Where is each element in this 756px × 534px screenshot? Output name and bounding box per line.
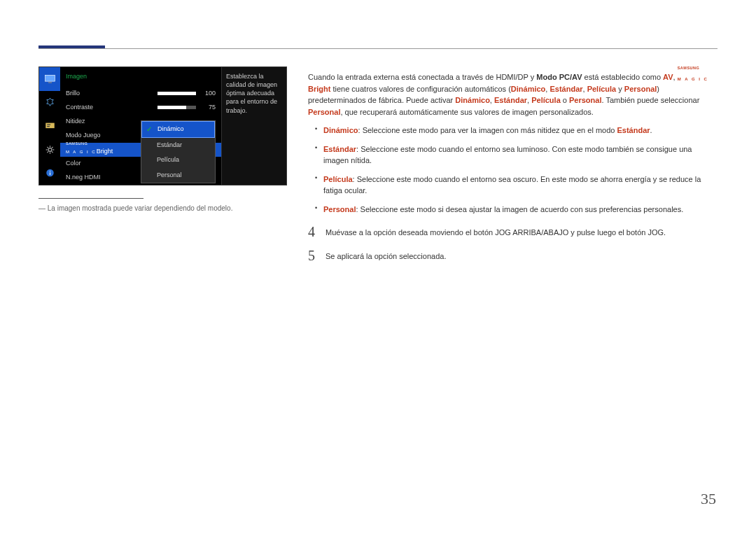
svg-rect-1	[48, 82, 52, 83]
svg-rect-16	[49, 173, 50, 176]
content: Imagen Brillo 100 Contraste 75 Nitidez M…	[38, 66, 718, 262]
magic-top: SAMSUNG	[678, 66, 700, 71]
svg-line-13	[51, 146, 52, 148]
osd-list: Imagen Brillo 100 Contraste 75 Nitidez M…	[60, 67, 221, 185]
text-highlight: Personal	[569, 96, 601, 104]
left-column: Imagen Brillo 100 Contraste 75 Nitidez M…	[38, 66, 287, 262]
osd-label: Brillo	[66, 89, 158, 99]
osd-value: 100	[200, 89, 216, 99]
step-text: Se aplicará la opción seleccionada.	[326, 248, 446, 262]
svg-marker-2	[46, 99, 52, 106]
text-highlight: Dinámico	[511, 85, 546, 93]
text-highlight: Estándar	[550, 85, 582, 93]
osd-nav	[39, 67, 60, 185]
magic-suffix: Bright	[308, 85, 330, 93]
text: o	[561, 96, 569, 104]
footnote-separator	[38, 198, 144, 199]
bullet-estandar: Estándar: Seleccione este modo cuando el…	[308, 143, 718, 167]
intro-paragraph: Cuando la entrada externa está conectada…	[308, 66, 718, 118]
bullet-text: : Seleccione este modo para ver la image…	[358, 126, 617, 134]
nav-picture-icon[interactable]	[39, 67, 60, 91]
nav-settings-icon[interactable]	[39, 91, 60, 115]
step-number: 4	[308, 225, 326, 239]
osd-title: Imagen	[60, 71, 221, 87]
osd-label: Contraste	[66, 103, 158, 113]
right-column: Cuando la entrada externa está conectada…	[308, 66, 718, 262]
bullet-personal: Personal: Seleccione este modo si desea …	[308, 204, 718, 216]
text-highlight: AV	[663, 73, 673, 81]
bullet-label: Película	[323, 175, 353, 183]
bullet-label: Personal	[323, 205, 356, 213]
svg-line-14	[47, 151, 48, 153]
text-highlight: Personal	[624, 85, 657, 93]
slider-bar	[158, 92, 196, 95]
svg-point-6	[48, 148, 52, 151]
step-5: 5 Se aplicará la opción seleccionada.	[308, 248, 718, 262]
submenu-dinamico[interactable]: Dinámico	[141, 121, 215, 138]
submenu-pelicula[interactable]: Película	[141, 153, 215, 168]
svg-rect-0	[45, 75, 55, 81]
osd-description: Establezca la calidad de imagen óptima a…	[221, 67, 286, 185]
text-highlight: Estándar	[494, 96, 527, 104]
bullet-dinamico: Dinámico: Seleccione este modo para ver …	[308, 125, 718, 136]
osd-menu: Imagen Brillo 100 Contraste 75 Nitidez M…	[38, 66, 287, 185]
bullet-label: Estándar	[323, 145, 356, 153]
page-number: 35	[701, 487, 716, 510]
text-bold: Modo PC/AV	[536, 73, 582, 81]
svg-rect-4	[47, 124, 50, 125]
footnote-text: La imagen mostrada puede variar dependie…	[38, 203, 287, 213]
bullet-pelicula: Película: Seleccione este modo cuando el…	[308, 174, 718, 197]
svg-rect-5	[47, 126, 50, 127]
bullet-text: : Seleccione este modo si desea ajustar …	[356, 205, 683, 213]
bullet-text: : Seleccione este modo cuando el entorno…	[323, 145, 692, 165]
svg-rect-17	[49, 171, 50, 171]
text-highlight: Dinámico	[455, 96, 490, 104]
text: Cuando la entrada externa está conectada…	[308, 73, 536, 81]
text-highlight: Película	[587, 85, 617, 93]
slider-bar	[158, 106, 196, 109]
svg-rect-3	[46, 123, 55, 129]
osd-row-contraste[interactable]: Contraste 75	[60, 101, 221, 115]
svg-line-12	[51, 151, 52, 153]
magic-bottom: M A G I C	[678, 77, 708, 81]
text-highlight: Estándar	[617, 126, 650, 134]
osd-row-brillo[interactable]: Brillo 100	[60, 87, 221, 101]
step-number: 5	[308, 248, 326, 262]
osd-value: 75	[200, 103, 216, 113]
svg-line-11	[47, 146, 48, 148]
magic-top: SAMSUNG	[66, 142, 88, 146]
text-highlight: Película	[531, 96, 561, 104]
bullet-text: : Seleccione este modo cuando el entorno…	[323, 175, 701, 195]
nav-display-icon[interactable]	[39, 114, 60, 138]
step-text: Muévase a la opción deseada moviendo el …	[326, 225, 666, 239]
header-rule	[38, 48, 718, 49]
text-highlight: Personal	[308, 108, 340, 116]
text: . También puede seleccionar	[601, 96, 699, 104]
magic-bottom: M A G I C	[66, 150, 97, 154]
text: y	[616, 85, 624, 93]
text: , que recuperará automáticamente sus val…	[340, 108, 593, 116]
text: está establecido como	[582, 73, 664, 81]
magic-suffix: Bright	[97, 148, 113, 155]
text: .	[650, 126, 652, 134]
osd-submenu: Dinámico Estándar Película Personal	[141, 120, 216, 183]
text: tiene cuatros valores de configuración a…	[330, 85, 510, 93]
bullet-label: Dinámico	[323, 126, 358, 134]
submenu-personal[interactable]: Personal	[141, 168, 215, 183]
step-4: 4 Muévase a la opción deseada moviendo e…	[308, 225, 718, 239]
nav-info-icon[interactable]	[39, 161, 60, 185]
submenu-estandar[interactable]: Estándar	[141, 138, 215, 153]
mode-bullets: Dinámico: Seleccione este modo para ver …	[308, 125, 718, 215]
nav-gear-icon[interactable]	[39, 138, 60, 162]
